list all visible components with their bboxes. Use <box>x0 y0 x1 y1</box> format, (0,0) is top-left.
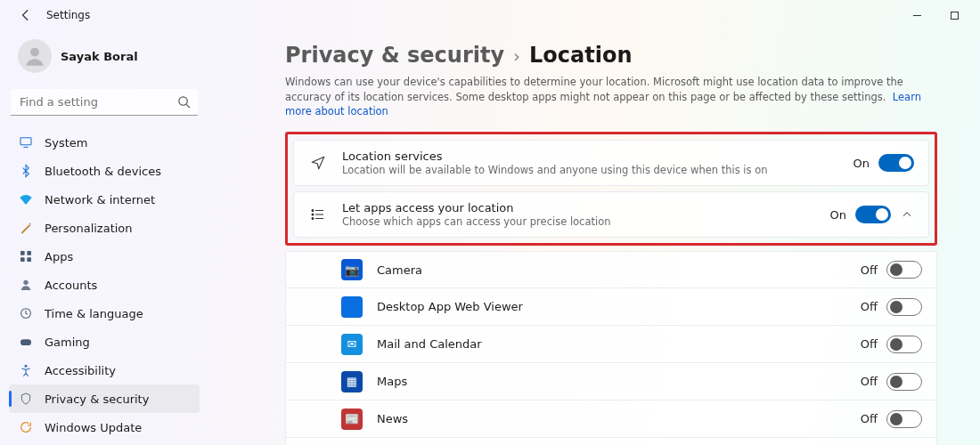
toggle-state: On <box>853 157 870 170</box>
network-icon <box>18 191 34 207</box>
app-icon: ▦ <box>341 371 363 392</box>
minimize-button[interactable] <box>902 4 932 27</box>
system-icon <box>18 134 34 150</box>
avatar <box>18 39 52 73</box>
sidebar-item-privacy[interactable]: Privacy & security <box>9 384 200 413</box>
svg-rect-5 <box>20 138 31 145</box>
location-services-card[interactable]: Location services Location will be avail… <box>293 140 929 186</box>
accessibility-icon <box>18 362 34 378</box>
update-icon <box>18 419 34 435</box>
card-subtitle: Choose which apps can access your precis… <box>342 215 611 228</box>
toggle-state: Off <box>861 337 878 351</box>
search-icon <box>177 95 191 111</box>
sidebar-item-accounts[interactable]: Accounts <box>9 271 200 299</box>
sidebar-item-label: Personalization <box>45 222 133 235</box>
card-subtitle: Location will be available to Windows an… <box>342 164 768 176</box>
svg-rect-13 <box>20 339 31 345</box>
back-button[interactable] <box>16 9 36 21</box>
sidebar-item-apps[interactable]: Apps <box>9 242 200 271</box>
maximize-button[interactable] <box>939 4 969 27</box>
app-icon <box>341 296 363 318</box>
sidebar-item-bluetooth[interactable]: Bluetooth & devices <box>9 157 200 185</box>
svg-rect-8 <box>27 251 31 255</box>
app-toggle[interactable] <box>886 336 922 353</box>
app-toggle[interactable] <box>886 261 922 279</box>
svg-point-11 <box>23 280 28 285</box>
sidebar-item-personalization[interactable]: Personalization <box>9 214 200 242</box>
toggle-state: Off <box>861 375 878 388</box>
user-name: Sayak Boral <box>61 50 138 63</box>
svg-point-14 <box>24 365 27 368</box>
sidebar-item-gaming[interactable]: Gaming <box>9 328 200 356</box>
svg-rect-10 <box>27 257 31 262</box>
app-toggle[interactable] <box>886 298 922 316</box>
privacy-icon <box>18 391 34 407</box>
list-icon <box>308 206 328 222</box>
sidebar-item-accessibility[interactable]: Accessibility <box>9 356 200 384</box>
svg-point-3 <box>179 97 187 105</box>
app-name: News <box>377 412 408 425</box>
svg-point-19 <box>312 218 314 220</box>
location-arrow-icon <box>308 155 328 171</box>
sidebar-item-time[interactable]: Time & language <box>9 299 200 328</box>
sidebar-item-label: Network & internet <box>45 193 155 206</box>
app-toggle[interactable] <box>886 373 922 391</box>
app-icon: 📰 <box>341 409 363 430</box>
svg-point-17 <box>312 214 314 215</box>
personalization-icon <box>18 220 34 236</box>
sidebar: Sayak Boral SystemBluetooth & devicesNet… <box>0 30 208 445</box>
bluetooth-icon <box>18 163 34 179</box>
app-row: SSkypeOn <box>285 438 937 445</box>
app-row: ▦MapsOff <box>285 363 937 400</box>
svg-rect-1 <box>951 12 958 19</box>
sidebar-item-label: Accessibility <box>45 364 116 377</box>
app-row: ✉Mail and CalendarOff <box>285 326 937 363</box>
toggle-state: Off <box>861 412 878 425</box>
accounts-icon <box>18 277 34 293</box>
chevron-right-icon: › <box>513 45 520 67</box>
sidebar-item-label: Privacy & security <box>45 392 149 406</box>
window-title: Settings <box>46 9 90 21</box>
sidebar-item-system[interactable]: System <box>9 128 200 157</box>
app-row: 📷CameraOff <box>285 251 937 288</box>
location-services-toggle[interactable] <box>878 154 914 172</box>
sidebar-item-label: System <box>45 136 87 150</box>
apps-icon <box>18 248 34 264</box>
sidebar-item-label: Apps <box>45 250 73 263</box>
app-icon: 📷 <box>341 259 363 280</box>
user-block[interactable]: Sayak Boral <box>9 30 200 89</box>
app-name: Camera <box>377 263 422 277</box>
app-row: Desktop App Web ViewerOff <box>285 288 937 326</box>
card-title: Location services <box>342 150 768 163</box>
app-toggle[interactable] <box>886 410 922 428</box>
main-content: Privacy & security › Location Windows ca… <box>208 30 980 445</box>
app-name: Maps <box>377 375 407 388</box>
sidebar-item-label: Accounts <box>45 279 97 292</box>
apps-access-toggle[interactable] <box>855 206 891 223</box>
app-row: 📰NewsOff <box>285 400 937 438</box>
breadcrumb: Privacy & security › Location <box>285 43 937 68</box>
app-name: Mail and Calendar <box>377 337 482 351</box>
sidebar-item-label: Windows Update <box>45 421 142 434</box>
page-title: Location <box>529 43 632 68</box>
sidebar-item-label: Time & language <box>45 307 143 320</box>
highlight-box: Location services Location will be avail… <box>285 132 937 246</box>
toggle-state: On <box>830 208 846 222</box>
chevron-up-icon[interactable] <box>900 209 914 220</box>
sidebar-item-update[interactable]: Windows Update <box>9 413 200 441</box>
svg-rect-9 <box>20 257 25 262</box>
toggle-state: Off <box>861 300 878 313</box>
svg-point-2 <box>30 48 39 57</box>
apps-access-card[interactable]: Let apps access your location Choose whi… <box>293 191 929 238</box>
time-icon <box>18 305 34 321</box>
sidebar-item-label: Bluetooth & devices <box>45 165 161 178</box>
svg-line-4 <box>186 104 190 108</box>
card-title: Let apps access your location <box>342 201 611 214</box>
svg-rect-7 <box>20 251 25 255</box>
sidebar-item-label: Gaming <box>45 336 90 349</box>
gaming-icon <box>18 334 34 350</box>
search-input[interactable] <box>11 89 198 116</box>
toggle-state: Off <box>861 263 878 277</box>
breadcrumb-parent[interactable]: Privacy & security <box>285 43 504 68</box>
sidebar-item-network[interactable]: Network & internet <box>9 185 200 214</box>
